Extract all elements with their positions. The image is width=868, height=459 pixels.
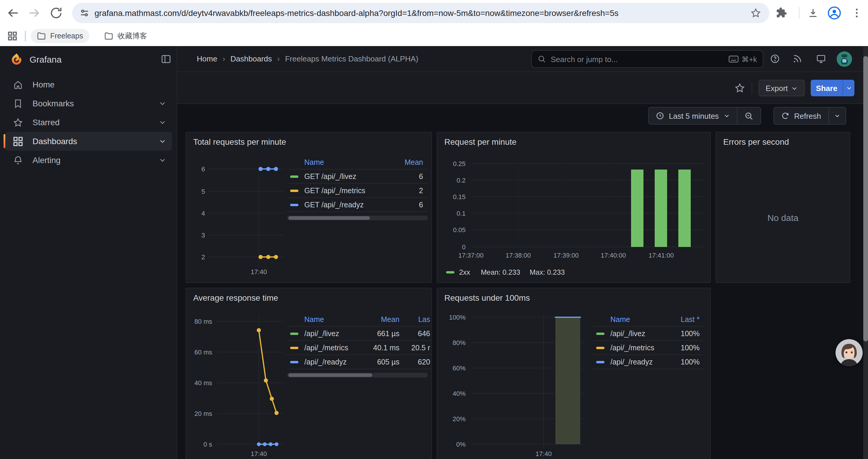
back-icon[interactable] [6, 6, 20, 20]
legend-row[interactable]: /api/_/metrics 40.1 ms 20.5 r [287, 341, 432, 355]
grafana-sidebar: Grafana Home Bookmarks Starred Dashboard… [0, 46, 177, 459]
series-last: 100% [664, 343, 700, 352]
panel-requests-under-100ms[interactable]: Requests under 100ms 100% 80% 60% 40% 20… [437, 288, 711, 459]
dashboard-actions-bar: Export Share [177, 72, 868, 104]
legend-row[interactable]: GET /api/_/metrics 2 [287, 184, 428, 198]
legend-row[interactable]: GET /api/_/livez 6 [287, 169, 428, 184]
legend-col-last[interactable]: Last * [664, 316, 700, 324]
legend-col-name[interactable]: Name [610, 316, 664, 324]
share-button[interactable]: Share [811, 80, 843, 96]
panel-errors-per-second[interactable]: Errors per second No data [716, 132, 850, 283]
share-menu-button[interactable] [843, 80, 855, 96]
sidebar-item-dashboards[interactable]: Dashboards [5, 132, 172, 151]
legend-header: Name Mean Las [287, 313, 432, 327]
legend-row[interactable]: /api/_/livez 100% [593, 327, 703, 341]
bar-chart[interactable] [437, 132, 711, 283]
series-name: /api/_/readyz [610, 358, 664, 366]
series-livez-readyz [257, 442, 279, 446]
legend-col-name[interactable]: Name [304, 158, 388, 167]
reload-icon[interactable] [49, 6, 63, 20]
chevron-down-icon[interactable] [159, 138, 166, 145]
legend-table: Name Mean GET /api/_/livez 6 GET /api/_/… [287, 156, 428, 212]
bookmark-star-icon[interactable] [750, 8, 761, 18]
series-mean: 2 [388, 186, 423, 195]
sidebar-item-label: Starred [32, 118, 60, 127]
legend-row[interactable]: /api/_/livez 661 µs 646 [287, 327, 432, 341]
legend-row[interactable]: 2xx Mean: 0.233 Max: 0.233 [446, 267, 565, 277]
legend-col-name[interactable]: Name [304, 316, 363, 324]
legend-scrollbar-thumb[interactable] [288, 216, 370, 220]
extensions-icon[interactable] [776, 7, 787, 18]
series-last: 620 [399, 358, 430, 366]
page-scrollbar-thumb[interactable] [863, 56, 868, 341]
time-range-picker[interactable]: Last 5 minutes [649, 107, 737, 124]
forward-icon[interactable] [27, 6, 41, 20]
apps-grid-icon[interactable] [8, 31, 17, 41]
breadcrumb-dashboards[interactable]: Dashboards [230, 54, 272, 63]
legend-col-mean[interactable]: Mean [363, 316, 399, 324]
legend-row[interactable]: /api/_/metrics 100% [593, 341, 703, 355]
download-icon[interactable] [807, 7, 819, 19]
refresh-button[interactable]: Refresh [774, 107, 828, 124]
tune-icon[interactable] [80, 8, 89, 18]
browser-menu-icon[interactable] [851, 7, 863, 19]
export-button[interactable]: Export [759, 80, 805, 96]
refresh-interval-button[interactable] [829, 107, 845, 124]
legend-row[interactable]: /api/_/readyz 100% [593, 355, 703, 369]
sidebar-item-home[interactable]: Home [5, 75, 172, 94]
breadcrumb-separator: › [272, 54, 285, 63]
folder-icon [37, 31, 46, 41]
active-indicator [4, 134, 5, 148]
panel-total-requests-per-minute[interactable]: Total requests per minute 6 5 4 3 2 17:4… [186, 132, 432, 283]
address-bar[interactable]: grafana.mathmast.com/d/deytv4rwavabkb/fr… [72, 3, 769, 23]
news-rss-icon[interactable] [793, 54, 802, 64]
sidebar-item-bookmarks[interactable]: Bookmarks [5, 94, 172, 113]
bookmark-folder-blogs[interactable]: 收藏博客 [98, 29, 153, 43]
user-avatar[interactable] [837, 52, 852, 67]
search-input-wrapper[interactable]: ⌘+k [531, 50, 764, 68]
series-name: GET /api/_/readyz [304, 201, 388, 209]
series-name: /api/_/livez [610, 329, 664, 338]
chevron-down-icon[interactable] [159, 100, 166, 107]
legend-col-last[interactable]: Las [399, 316, 430, 324]
series-swatch [596, 332, 604, 335]
bookmarks-bar: Freeleaps 收藏博客 [0, 26, 868, 46]
toolbar-divider [799, 7, 800, 19]
panel-average-response-time[interactable]: Average response time 80 ms 60 ms 40 ms … [186, 288, 432, 459]
breadcrumb-home[interactable]: Home [197, 54, 217, 63]
series-max: Max: 0.233 [530, 268, 565, 276]
chevron-down-icon[interactable] [159, 157, 166, 164]
series-last: 20.5 r [399, 343, 430, 352]
brand-label[interactable]: Grafana [30, 54, 61, 64]
sidebar-item-label: Alerting [32, 155, 61, 165]
series-swatch [290, 189, 299, 192]
sidebar-item-label: Bookmarks [32, 99, 74, 108]
legend-row[interactable]: /api/_/readyz 605 µs 620 [287, 355, 432, 369]
zoom-out-icon [744, 111, 753, 120]
legend-scrollbar-thumb[interactable] [288, 373, 372, 377]
floating-assistant-avatar[interactable] [836, 339, 863, 366]
bookmark-folder-freeleaps[interactable]: Freeleaps [31, 29, 89, 43]
profile-avatar-icon[interactable] [827, 6, 841, 20]
legend-row[interactable]: GET /api/_/readyz 6 [287, 198, 428, 212]
panel-request-per-minute[interactable]: Request per minute 0.25 0.2 0.15 0.1 0.0… [437, 132, 711, 283]
sidebar-item-alerting[interactable]: Alerting [5, 151, 172, 169]
help-icon[interactable] [770, 54, 780, 64]
dock-sidebar-icon[interactable] [161, 54, 172, 64]
legend-col-mean[interactable]: Mean [388, 158, 423, 167]
zoom-out-button[interactable] [737, 107, 760, 124]
url-text[interactable]: grafana.mathmast.com/d/deytv4rwavabkb/fr… [95, 8, 769, 18]
legend-scrollbar[interactable] [287, 216, 428, 220]
kiosk-monitor-icon[interactable] [816, 54, 826, 64]
breadcrumb: Home › Dashboards › Freeleaps Metrics Da… [197, 54, 418, 63]
breadcrumb-separator: › [217, 54, 230, 63]
legend-scrollbar[interactable] [287, 373, 428, 378]
series-swatch [446, 271, 454, 273]
sidebar-item-starred[interactable]: Starred [5, 113, 172, 132]
favorite-star-icon[interactable] [735, 83, 745, 93]
grafana-logo-icon[interactable] [9, 53, 24, 67]
search-input[interactable] [551, 55, 728, 64]
chevron-down-icon[interactable] [159, 119, 166, 126]
refresh-label: Refresh [794, 111, 821, 120]
panel-title[interactable]: Errors per second [723, 137, 789, 146]
